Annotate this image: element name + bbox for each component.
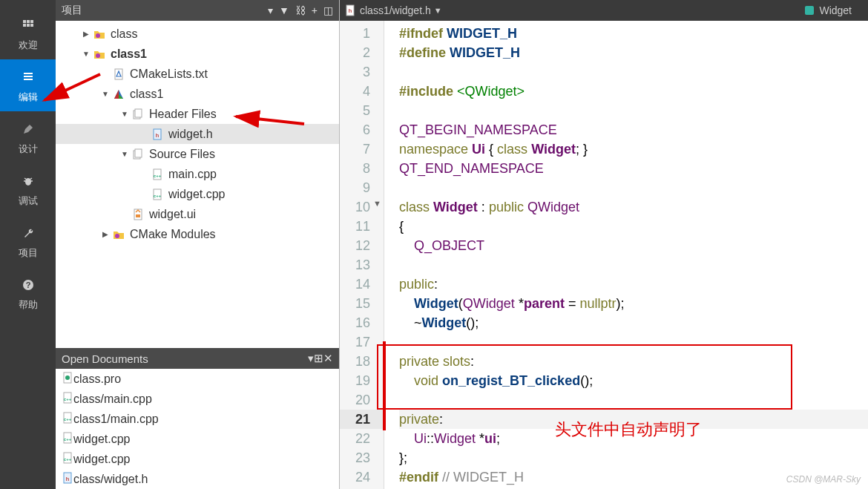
opendoc-item[interactable]: c++class/main.cpp (56, 389, 339, 409)
tree-item[interactable]: CMakeLists.txt (56, 64, 339, 84)
code-line[interactable]: class Widget : public QWidget (399, 197, 868, 217)
bug-icon (18, 171, 39, 191)
twist-icon[interactable]: ▼ (119, 149, 130, 160)
twist-icon[interactable]: ▶ (100, 229, 111, 240)
mode-debug[interactable]: 调试 (0, 163, 56, 215)
pencil-icon (18, 119, 39, 140)
code-line[interactable]: ~Widget(); (399, 313, 868, 332)
svg-text:c++: c++ (64, 397, 72, 401)
dropdown-icon[interactable]: ▾ (268, 4, 273, 16)
svg-rect-1 (27, 20, 30, 23)
opendoc-label: class/main.cpp (73, 393, 152, 406)
code-line[interactable]: #define WIDGET_H (399, 43, 868, 62)
svg-text:c++: c++ (64, 457, 72, 462)
mode-edit[interactable]: 编辑 (0, 59, 56, 111)
twist-icon[interactable] (119, 209, 130, 220)
mode-design[interactable]: 设计 (0, 111, 56, 163)
grid-icon (18, 15, 39, 36)
code-line[interactable] (399, 101, 868, 120)
ui-file-icon (131, 208, 145, 221)
twist-icon[interactable] (139, 169, 149, 180)
code-content[interactable]: 头文件中自动声明了 #ifndef WIDGET_H#define WIDGET… (384, 21, 868, 489)
twist-icon[interactable] (139, 189, 149, 200)
tree-item[interactable]: ▶CMake Modules (56, 224, 339, 244)
symbol-tab[interactable]: Widget (803, 4, 852, 16)
project-header: 项目 ▾ ▼ ⛓ + ◫ (56, 0, 339, 21)
twist-icon[interactable] (139, 129, 149, 140)
help-icon: ? (18, 275, 39, 295)
link-icon[interactable]: ⛓ (295, 4, 306, 16)
code-line[interactable]: }; (399, 448, 868, 467)
code-editor[interactable]: 123456789▼101112131415161718192021222324… (340, 21, 868, 489)
opendoc-label: class1/main.cpp (73, 413, 159, 426)
folder-gear-icon (93, 47, 106, 61)
code-line[interactable]: public: (399, 275, 868, 294)
filter-icon[interactable]: ▼ (279, 4, 289, 16)
opendoc-item[interactable]: class.pro (56, 369, 339, 389)
tree-item[interactable]: hwidget.h (56, 124, 339, 144)
annotation-text: 头文件中自动声明了 (555, 419, 702, 441)
mode-welcome[interactable]: 欢迎 (0, 7, 56, 59)
opendoc-item[interactable]: c++widget.cpp (56, 449, 339, 469)
svg-text:c++: c++ (154, 174, 162, 178)
add-icon[interactable]: + (312, 4, 318, 16)
code-line[interactable] (399, 62, 868, 82)
opendoc-label: class.pro (73, 373, 121, 386)
opendoc-label: widget.cpp (73, 433, 131, 446)
svg-rect-4 (27, 24, 30, 27)
h-file-icon: h (151, 128, 164, 141)
code-line[interactable]: #include <QWidget> (399, 82, 868, 101)
twist-icon[interactable] (100, 69, 111, 79)
tree-label: Source Files (149, 148, 215, 161)
lines-icon (18, 67, 39, 88)
watermark: CSDN @MAR-Sky (786, 474, 861, 485)
tree-item[interactable]: ▼class1 (56, 44, 339, 64)
code-line[interactable] (399, 255, 868, 275)
cpp-file-icon: c++ (151, 188, 164, 201)
tree-label: CMakeLists.txt (130, 68, 208, 81)
svg-rect-46 (805, 6, 814, 15)
split-icon[interactable]: ◫ (323, 4, 333, 16)
twist-icon[interactable]: ▼ (119, 109, 130, 119)
split-icon[interactable]: ⊞ (314, 352, 323, 365)
mode-projects[interactable]: 项目 (0, 215, 56, 267)
tree-item[interactable]: ▼Header Files (56, 104, 339, 124)
tree-item[interactable]: c++widget.cpp (56, 184, 339, 204)
tree-item[interactable]: ▼Source Files (56, 144, 339, 164)
project-title: 项目 (62, 4, 82, 17)
svg-rect-8 (24, 79, 33, 80)
code-line[interactable]: QT_BEGIN_NAMESPACE (399, 120, 868, 140)
svg-line-13 (30, 178, 32, 180)
opendoc-label: widget.cpp (73, 453, 131, 466)
open-documents-list[interactable]: class.proc++class/main.cppc++class1/main… (56, 369, 339, 489)
wrench-icon (18, 223, 39, 243)
tree-item[interactable]: ▼class1 (56, 84, 339, 104)
twist-icon[interactable]: ▶ (81, 29, 91, 39)
code-line[interactable]: #ifndef WIDGET_H (399, 24, 868, 43)
code-line[interactable]: Widget(QWidget *parent = nullptr); (399, 294, 868, 313)
cpp-file-icon: c++ (62, 432, 73, 447)
code-line[interactable]: { (399, 217, 868, 236)
opendoc-item[interactable]: c++class1/main.cpp (56, 409, 339, 429)
file-tab[interactable]: h class1/widget.h ▼ (344, 4, 442, 16)
code-line[interactable]: namespace Ui { class Widget; } (399, 140, 868, 159)
dropdown-icon[interactable]: ▾ (308, 352, 314, 365)
svg-rect-0 (23, 20, 26, 23)
close-icon[interactable]: ✕ (323, 352, 333, 365)
code-line[interactable] (399, 178, 868, 197)
chevron-down-icon[interactable]: ▼ (434, 6, 442, 15)
code-line[interactable]: QT_END_NAMESPACE (399, 159, 868, 178)
opendoc-item[interactable]: hclass/widget.h (56, 469, 339, 489)
tree-item[interactable]: ▶class (56, 24, 339, 44)
tab-label: class1/widget.h (360, 4, 431, 16)
tree-label: class1 (130, 88, 163, 101)
code-line[interactable]: Q_OBJECT (399, 236, 868, 255)
tree-item[interactable]: c++main.cpp (56, 164, 339, 184)
tree-item[interactable]: widget.ui (56, 204, 339, 224)
mode-help[interactable]: ? 帮助 (0, 267, 56, 319)
project-tree[interactable]: ▶class▼class1CMakeLists.txt▼class1▼Heade… (56, 21, 339, 348)
twist-icon[interactable]: ▼ (100, 89, 111, 99)
svg-rect-20 (135, 109, 142, 117)
twist-icon[interactable]: ▼ (81, 49, 91, 59)
opendoc-item[interactable]: c++widget.cpp (56, 429, 339, 449)
